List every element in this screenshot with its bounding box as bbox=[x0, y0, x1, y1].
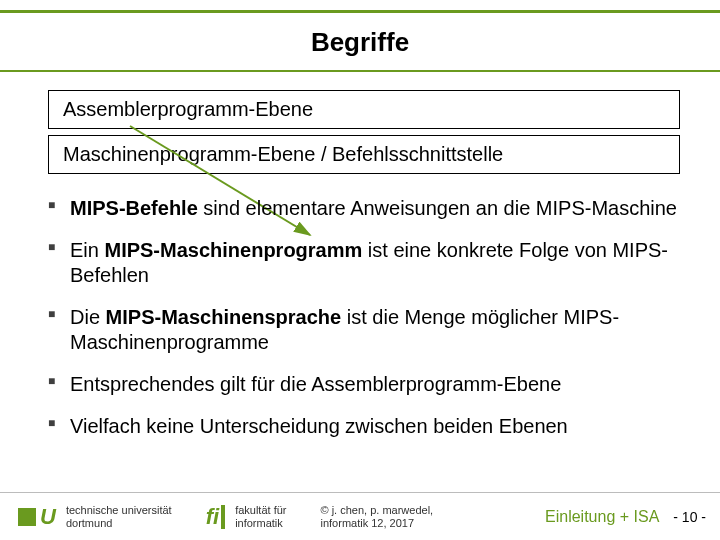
footer: U technische universität dortmund fi fak… bbox=[0, 492, 720, 540]
section-label: Einleitung + ISA bbox=[545, 508, 659, 526]
fi-letter: fi bbox=[206, 504, 219, 530]
bullet-pre: Die bbox=[70, 306, 106, 328]
list-item: Die MIPS-Maschinensprache ist die Menge … bbox=[48, 305, 682, 356]
layer-box-assembler: Assemblerprogramm-Ebene bbox=[48, 90, 680, 129]
fac-line2: informatik bbox=[235, 517, 283, 529]
bullet-text: Entsprechendes gilt für die Assemblerpro… bbox=[70, 373, 561, 395]
title-rule bbox=[0, 70, 720, 72]
list-item: MIPS-Befehle sind elementare Anweisungen… bbox=[48, 196, 682, 222]
fi-logo: fi bbox=[206, 504, 225, 530]
list-item: Ein MIPS-Maschinenprogramm ist eine konk… bbox=[48, 238, 682, 289]
copyright: © j. chen, p. marwedel, informatik 12, 2… bbox=[320, 504, 433, 529]
uni-line1: technische universität bbox=[66, 504, 172, 516]
bullet-bold: MIPS-Maschinensprache bbox=[106, 306, 342, 328]
list-item: Entsprechendes gilt für die Assemblerpro… bbox=[48, 372, 682, 398]
slide-title: Begriffe bbox=[0, 13, 720, 70]
bullet-pre: Ein bbox=[70, 239, 104, 261]
uni-line2: dortmund bbox=[66, 517, 112, 529]
fac-line1: fakultät für bbox=[235, 504, 286, 516]
faculty-name: fakultät für informatik bbox=[235, 504, 286, 529]
layer-boxes: Assemblerprogramm-Ebene Maschinenprogram… bbox=[0, 90, 720, 180]
layer-box-machine: Maschinenprogramm-Ebene / Befehlsschnitt… bbox=[48, 135, 680, 174]
bullet-text: Vielfach keine Unterscheidung zwischen b… bbox=[70, 415, 568, 437]
bullet-list: MIPS-Befehle sind elementare Anweisungen… bbox=[0, 180, 720, 455]
tu-square-icon bbox=[18, 508, 36, 526]
tu-logo: U bbox=[18, 506, 56, 528]
copy-line2: informatik 12, 2017 bbox=[320, 517, 414, 529]
page-number: - 10 - bbox=[673, 509, 706, 525]
tu-letter: U bbox=[40, 506, 56, 528]
bullet-bold: MIPS-Maschinenprogramm bbox=[104, 239, 362, 261]
list-item: Vielfach keine Unterscheidung zwischen b… bbox=[48, 414, 682, 440]
university-name: technische universität dortmund bbox=[66, 504, 172, 529]
bullet-text: sind elementare Anweisungen an die MIPS-… bbox=[198, 197, 677, 219]
fi-bar-icon bbox=[221, 505, 225, 529]
copy-line1: © j. chen, p. marwedel, bbox=[320, 504, 433, 516]
bullet-bold: MIPS-Befehle bbox=[70, 197, 198, 219]
